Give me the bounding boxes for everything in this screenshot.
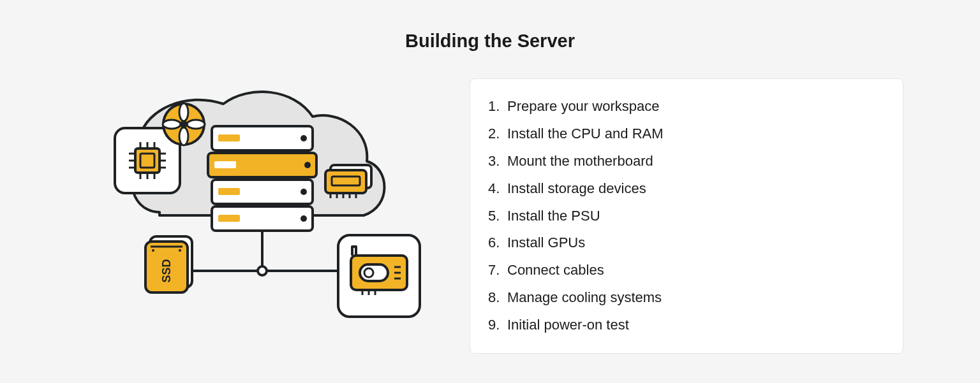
svg-point-2 [301,135,307,141]
content-row: SSD [77,78,903,354]
fan-icon [163,103,205,145]
svg-point-8 [301,189,307,195]
step-label: Install the PSU [507,203,600,230]
expansion-card-icon [338,235,420,317]
svg-point-35 [180,120,188,128]
svg-rect-10 [218,215,240,222]
svg-point-32 [179,127,188,145]
step-item: Connect cables [488,257,885,284]
svg-rect-4 [214,161,236,168]
svg-text:SSD: SSD [160,259,173,282]
step-label: Manage cooling systems [507,284,662,312]
step-item: Install GPUs [488,229,885,257]
step-label: Install storage devices [507,175,646,203]
step-item: Install storage devices [488,175,885,203]
svg-point-5 [304,162,311,168]
step-label: Mount the motherboard [507,148,653,175]
svg-point-14 [258,266,267,275]
step-item: Manage cooling systems [488,284,885,312]
ssd-drive-icon: SSD [145,236,192,293]
svg-point-34 [187,120,205,129]
steps-list: Prepare your workspace Install the CPU a… [488,93,885,339]
step-item: Install the PSU [488,203,885,230]
step-label: Initial power-on test [507,312,629,339]
svg-point-11 [301,215,307,222]
step-item: Prepare your workspace [488,93,885,120]
svg-rect-1 [218,134,240,141]
step-label: Install the CPU and RAM [507,120,664,148]
step-label: Prepare your workspace [507,93,659,120]
svg-point-33 [163,120,181,129]
step-item: Mount the motherboard [488,148,885,175]
svg-point-48 [152,249,154,252]
svg-point-31 [179,103,188,121]
step-label: Install GPUs [507,229,585,257]
steps-card: Prepare your workspace Install the CPU a… [470,78,903,354]
page-title: Building the Server [405,31,575,52]
svg-rect-16 [135,148,160,173]
server-illustration: SSD [77,78,434,346]
ram-module-icon [325,165,371,198]
step-item: Install the CPU and RAM [488,120,885,148]
svg-rect-7 [218,188,240,195]
step-item: Initial power-on test [488,312,885,339]
svg-point-49 [179,249,181,252]
step-label: Connect cables [507,257,604,284]
